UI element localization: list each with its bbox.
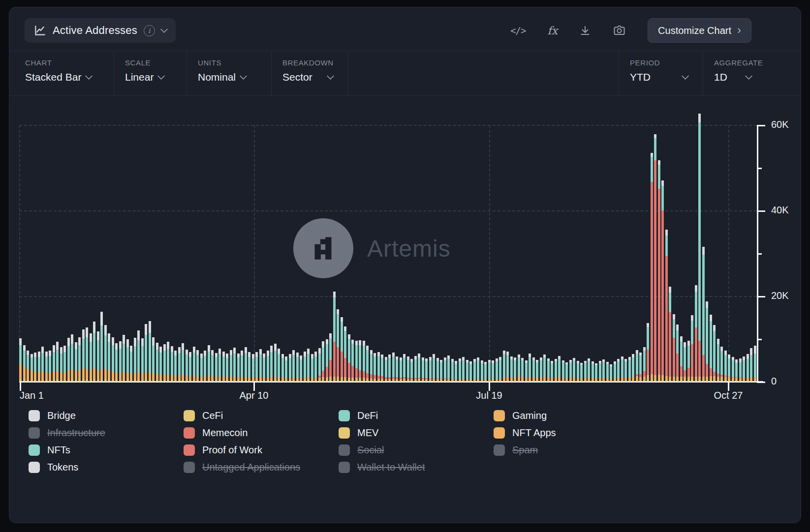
bar[interactable] bbox=[97, 331, 99, 382]
bar[interactable] bbox=[573, 358, 575, 382]
bar[interactable] bbox=[322, 341, 324, 382]
bar[interactable] bbox=[451, 359, 454, 382]
bar[interactable] bbox=[149, 321, 151, 382]
legend-item-tokens[interactable]: Tokens bbox=[29, 461, 184, 473]
bar[interactable] bbox=[750, 348, 752, 382]
bar[interactable] bbox=[38, 352, 40, 382]
legend-item-bridge[interactable]: Bridge bbox=[29, 410, 184, 421]
bar[interactable] bbox=[259, 349, 262, 382]
bar[interactable] bbox=[643, 347, 646, 382]
bar[interactable] bbox=[592, 361, 594, 382]
bar[interactable] bbox=[658, 160, 660, 382]
control-scale[interactable]: SCALE Linear bbox=[114, 51, 187, 95]
bar[interactable] bbox=[126, 339, 129, 382]
bar[interactable] bbox=[366, 346, 369, 382]
bar[interactable] bbox=[218, 349, 221, 382]
bar[interactable] bbox=[270, 346, 273, 382]
bar[interactable] bbox=[67, 338, 70, 382]
bar[interactable] bbox=[31, 354, 33, 382]
legend-item-memecoin[interactable]: Memecoin bbox=[184, 427, 339, 439]
bar[interactable] bbox=[182, 343, 184, 382]
bar[interactable] bbox=[473, 359, 476, 382]
bar[interactable] bbox=[621, 356, 623, 382]
bar[interactable] bbox=[141, 338, 144, 382]
bar[interactable] bbox=[381, 355, 383, 382]
bar[interactable] bbox=[304, 352, 306, 382]
bar[interactable] bbox=[34, 353, 36, 382]
bar[interactable] bbox=[747, 354, 749, 382]
control-aggregate[interactable]: AGGREGATE 1D bbox=[703, 51, 801, 95]
bar[interactable] bbox=[595, 363, 597, 382]
bar[interactable] bbox=[565, 362, 568, 382]
bar[interactable] bbox=[285, 356, 287, 382]
bar[interactable] bbox=[200, 354, 203, 382]
bar[interactable] bbox=[514, 357, 516, 382]
bar[interactable] bbox=[606, 362, 609, 382]
bar[interactable] bbox=[56, 342, 59, 382]
legend-item-cefi[interactable]: CeFi bbox=[184, 410, 339, 421]
bar[interactable] bbox=[661, 180, 664, 382]
legend-item-social[interactable]: Social bbox=[339, 444, 494, 456]
bar[interactable] bbox=[333, 292, 336, 382]
bar[interactable] bbox=[274, 344, 277, 382]
legend-item-mev[interactable]: MEV bbox=[339, 427, 494, 439]
bar[interactable] bbox=[134, 338, 136, 382]
control-breakdown[interactable]: BREAKDOWN Sector bbox=[271, 51, 348, 95]
bar[interactable] bbox=[374, 353, 376, 382]
bar[interactable] bbox=[676, 325, 679, 382]
bar[interactable] bbox=[706, 301, 708, 382]
bar[interactable] bbox=[628, 357, 631, 382]
download-icon[interactable] bbox=[579, 25, 591, 36]
legend-item-nft-apps[interactable]: NFT Apps bbox=[494, 427, 649, 439]
bar[interactable] bbox=[159, 347, 162, 382]
bar[interactable] bbox=[355, 341, 358, 382]
bar[interactable] bbox=[632, 354, 634, 382]
bar[interactable] bbox=[314, 352, 317, 382]
bar[interactable] bbox=[233, 348, 236, 382]
bar[interactable] bbox=[459, 358, 461, 382]
bar[interactable] bbox=[469, 361, 472, 382]
bar[interactable] bbox=[558, 356, 561, 382]
bar[interactable] bbox=[532, 357, 535, 382]
bar[interactable] bbox=[60, 347, 62, 382]
legend-item-gaming[interactable]: Gaming bbox=[494, 410, 649, 421]
bar[interactable] bbox=[167, 342, 169, 382]
bar[interactable] bbox=[248, 352, 250, 382]
bar[interactable] bbox=[49, 351, 51, 382]
bar[interactable] bbox=[78, 337, 81, 382]
bar[interactable] bbox=[433, 354, 435, 382]
bar[interactable] bbox=[90, 333, 92, 382]
bar[interactable] bbox=[684, 342, 686, 382]
bar[interactable] bbox=[377, 352, 380, 382]
bar[interactable] bbox=[492, 360, 494, 382]
bar[interactable] bbox=[584, 361, 587, 382]
bar[interactable] bbox=[348, 334, 350, 382]
bar[interactable] bbox=[669, 287, 671, 382]
bar[interactable] bbox=[152, 337, 155, 382]
bar[interactable] bbox=[422, 357, 424, 382]
bar[interactable] bbox=[318, 348, 321, 382]
formula-icon[interactable]: fx bbox=[548, 25, 558, 37]
bar[interactable] bbox=[724, 351, 727, 382]
bar[interactable] bbox=[754, 346, 756, 382]
bar[interactable] bbox=[326, 339, 328, 382]
bar[interactable] bbox=[728, 355, 730, 382]
bar[interactable] bbox=[602, 359, 605, 382]
legend-item-spam[interactable]: Spam bbox=[494, 444, 649, 456]
legend-item-proof-of-work[interactable]: Proof of Work bbox=[184, 444, 339, 456]
bar[interactable] bbox=[193, 347, 195, 382]
control-period[interactable]: PERIOD YTD bbox=[619, 51, 703, 95]
bar[interactable] bbox=[577, 361, 579, 382]
bar[interactable] bbox=[569, 360, 572, 382]
bar[interactable] bbox=[337, 309, 339, 382]
bar[interactable] bbox=[396, 356, 398, 382]
bar[interactable] bbox=[75, 342, 77, 382]
bar[interactable] bbox=[673, 314, 675, 382]
bar[interactable] bbox=[245, 347, 247, 382]
bar[interactable] bbox=[351, 340, 354, 382]
bar[interactable] bbox=[617, 359, 620, 382]
bar[interactable] bbox=[425, 358, 428, 382]
bar[interactable] bbox=[123, 335, 125, 382]
bar[interactable] bbox=[540, 357, 542, 382]
customize-chart-button[interactable]: Customize Chart › bbox=[648, 18, 751, 43]
